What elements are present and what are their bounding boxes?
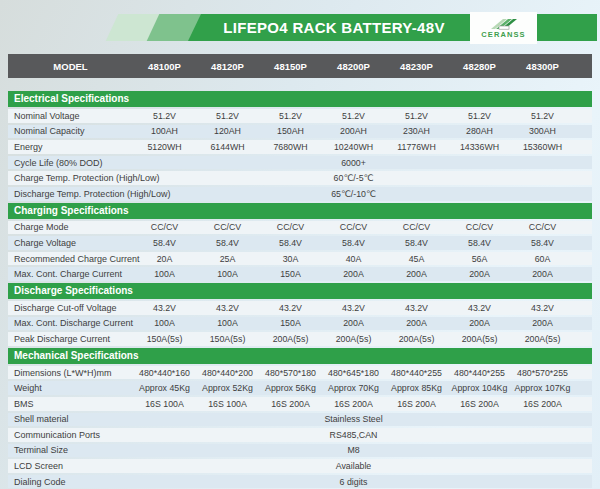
spec-value-cell: 230AH <box>385 126 448 136</box>
spec-row: Max. Cont. Discharge Current100A100A150A… <box>8 317 592 331</box>
spec-value-cell: 51.2V <box>322 111 385 121</box>
model-column-header: 48230P <box>385 61 448 72</box>
page-title: LIFEPO4 RACK BATTERY-48V <box>213 19 444 36</box>
spec-value-cell: CC/CV <box>196 222 259 232</box>
spec-value-cell: 200A(5s) <box>322 334 385 344</box>
spec-value-cell: CC/CV <box>322 222 385 232</box>
model-column-header: 48280P <box>448 61 511 72</box>
spec-value-cell: 480*440*160 <box>133 368 196 378</box>
spec-value-cell: 43.2V <box>322 303 385 313</box>
spec-value-cell: 16S 200A <box>385 399 448 409</box>
spec-value-merged: RS485,CAN <box>133 430 574 440</box>
spec-value-merged: Stainless Steel <box>133 414 574 424</box>
spec-label: Recommended Charge Current <box>8 254 133 264</box>
spec-row: Communication PortsRS485,CAN <box>8 428 592 442</box>
spec-values: 58.4V58.4V58.4V58.4V58.4V58.4V58.4V <box>133 236 592 250</box>
spec-value-cell: 16S 100A <box>133 399 196 409</box>
spec-value-cell: 280AH <box>448 126 511 136</box>
spec-values: 43.2V43.2V43.2V43.2V43.2V43.2V43.2V <box>133 301 592 315</box>
spec-values: 6 digits <box>133 475 592 489</box>
spec-values: 51.2V51.2V51.2V51.2V51.2V51.2V51.2V <box>133 109 592 123</box>
spec-value-cell: 16S 200A <box>322 399 385 409</box>
spec-row: Nominal Voltage51.2V51.2V51.2V51.2V51.2V… <box>8 109 592 123</box>
spec-label: Charge Temp. Protection (High/Low) <box>8 173 133 183</box>
spec-label: Charge Voltage <box>8 238 133 248</box>
spec-value-cell: CC/CV <box>448 222 511 232</box>
model-columns: 48100P48120P48150P48200P48230P48280P4830… <box>133 61 592 72</box>
spec-value-cell: 200A <box>511 269 574 279</box>
spec-label: Nominal Voltage <box>8 111 133 121</box>
spec-label: Dimensions (L*W*H)mm <box>8 368 133 378</box>
spec-value-cell: 480*570*255 <box>511 368 574 378</box>
spec-value-merged: 60℃/-5℃ <box>133 173 574 183</box>
spec-value-cell: 40A <box>322 254 385 264</box>
spec-label: Energy <box>8 142 133 152</box>
spec-value-cell: 51.2V <box>196 111 259 121</box>
spec-value-cell: 200A(5s) <box>385 334 448 344</box>
spec-row: Energy5120WH6144WH7680WH10240WH11776WH14… <box>8 140 592 154</box>
table-header-row: MODEL 48100P48120P48150P48200P48230P4828… <box>8 54 592 78</box>
spec-values: Available <box>133 459 592 473</box>
spec-value-cell: 16S 200A <box>259 399 322 409</box>
spec-values: 100AH120AH150AH200AH230AH280AH300AH <box>133 125 592 139</box>
spec-row: Charge Temp. Protection (High/Low)60℃/-5… <box>8 171 592 185</box>
spec-values: 480*440*160480*440*200480*570*180480*645… <box>133 366 592 380</box>
spec-values: 60℃/-5℃ <box>133 171 592 185</box>
spec-value-cell: 480*440*255 <box>385 368 448 378</box>
spec-label: BMS <box>8 399 133 409</box>
spec-row: Shell materialStainless Steel <box>8 413 592 427</box>
spec-value-merged: 6 digits <box>133 477 574 487</box>
spec-value-cell: 16S 200A <box>448 399 511 409</box>
spec-value-cell: 43.2V <box>133 303 196 313</box>
spec-label: Dialing Code <box>8 477 133 487</box>
spec-value-cell: 100A <box>196 318 259 328</box>
spec-row: Terminal SizeM8 <box>8 444 592 458</box>
model-column-header: 48150P <box>259 61 322 72</box>
model-header-label: MODEL <box>8 61 133 72</box>
spec-value-merged: M8 <box>133 445 574 455</box>
spec-value-cell: 25A <box>196 254 259 264</box>
spec-value-cell: CC/CV <box>259 222 322 232</box>
spec-value-merged: Available <box>133 461 574 471</box>
spec-value-cell: 14336WH <box>448 142 511 152</box>
spec-value-cell: 10240WH <box>322 142 385 152</box>
spec-value-cell: 100A <box>133 318 196 328</box>
spec-value-merged: 6000+ <box>133 158 574 168</box>
spec-value-cell: Approx 104Kg <box>448 383 511 393</box>
spec-value-cell: 480*570*180 <box>259 368 322 378</box>
banner-title-bar: LIFEPO4 RACK BATTERY-48V <box>188 14 470 41</box>
spec-row: Discharge Cut-off Voltage43.2V43.2V43.2V… <box>8 301 592 315</box>
spec-row: Cycle Life (80% DOD)6000+ <box>8 156 592 170</box>
spec-label: Nominal Capacity <box>8 126 133 136</box>
spec-value-cell: 150AH <box>259 126 322 136</box>
spec-value-cell: 51.2V <box>448 111 511 121</box>
spec-values: 100A100A150A200A200A200A200A <box>133 317 592 331</box>
spec-value-cell: Approx 56Kg <box>259 383 322 393</box>
spec-row: Recommended Charge Current20A25A30A40A45… <box>8 252 592 266</box>
spec-value-cell: 200A <box>448 269 511 279</box>
spec-row: Charge Voltage58.4V58.4V58.4V58.4V58.4V5… <box>8 236 592 250</box>
spec-values: 20A25A30A40A45A56A60A <box>133 252 592 266</box>
spec-value-cell: CC/CV <box>385 222 448 232</box>
spec-values: 5120WH6144WH7680WH10240WH11776WH14336WH1… <box>133 140 592 154</box>
spec-value-cell: 120AH <box>196 126 259 136</box>
spec-value-cell: 58.4V <box>511 238 574 248</box>
spec-value-cell: 480*440*255 <box>448 368 511 378</box>
spec-value-cell: 200A <box>448 318 511 328</box>
spec-values: M8 <box>133 444 592 458</box>
model-column-header: 48120P <box>196 61 259 72</box>
spec-value-cell: 51.2V <box>511 111 574 121</box>
model-column-header: 48100P <box>133 61 196 72</box>
spec-value-cell: 51.2V <box>385 111 448 121</box>
spec-value-cell: 58.4V <box>196 238 259 248</box>
spec-value-cell: 300AH <box>511 126 574 136</box>
spec-value-merged: 65℃/-10℃ <box>133 189 574 199</box>
section-header: Charging Specifications <box>8 203 592 219</box>
spec-value-cell: 200A <box>322 269 385 279</box>
spec-value-cell: 30A <box>259 254 322 264</box>
spec-value-cell: 45A <box>385 254 448 264</box>
spec-sheet-page: LIFEPO4 RACK BATTERY-48V CERANSS MODEL 4… <box>0 0 600 489</box>
spec-value-cell: Approx 45Kg <box>133 383 196 393</box>
spec-value-cell: 15360WH <box>511 142 574 152</box>
spec-value-cell: 200A <box>385 269 448 279</box>
